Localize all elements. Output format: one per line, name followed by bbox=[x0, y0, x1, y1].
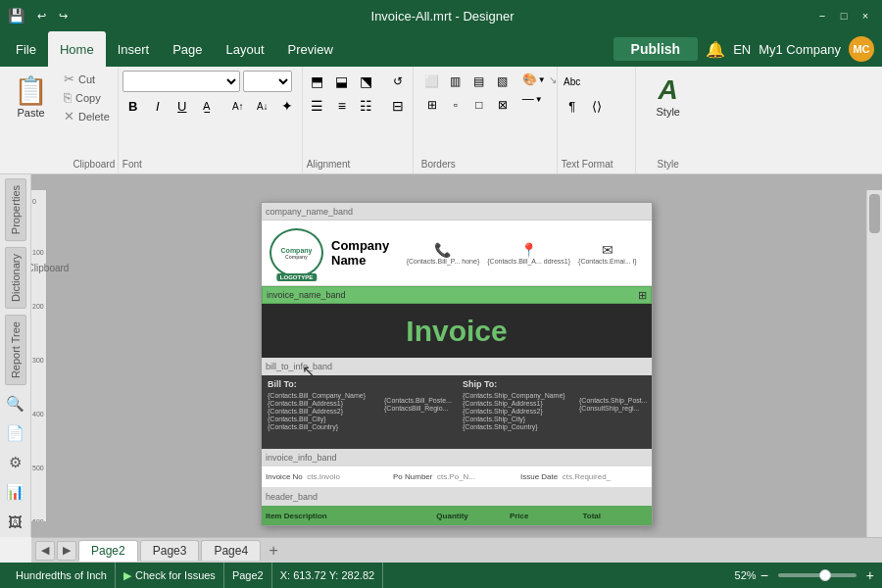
align-top-right[interactable]: ⬔ bbox=[356, 71, 377, 92]
tab-page3[interactable]: Page3 bbox=[140, 540, 200, 561]
zoom-slider[interactable] bbox=[778, 573, 857, 577]
ship-extra-col: {Contacts.Ship_Post... {ConsultShip_regi… bbox=[573, 375, 652, 449]
align-center[interactable]: ≡ bbox=[331, 95, 353, 117]
justify-btn[interactable]: ⊟ bbox=[387, 95, 409, 117]
border-left-btn[interactable]: ▧ bbox=[492, 71, 514, 92]
border-all-btn[interactable]: ⊞ bbox=[421, 94, 443, 116]
menu-page[interactable]: Page bbox=[161, 31, 214, 67]
add-tab-button[interactable]: + bbox=[263, 540, 284, 562]
menu-bar: File Home Insert Page Layout Preview Pub… bbox=[0, 31, 882, 67]
sidebar-tool-5[interactable]: 🖼 bbox=[3, 509, 28, 534]
align-left[interactable]: ☰ bbox=[307, 95, 328, 117]
notifications-icon[interactable]: 🔔 bbox=[706, 40, 725, 59]
zoom-plus-btn[interactable]: + bbox=[866, 567, 874, 583]
invoice-no-cell: Invoice No cts.Involo bbox=[266, 472, 393, 481]
fill-color-btn[interactable]: 🎨 ▼ bbox=[519, 71, 549, 88]
bill-to-title: Bill To: bbox=[268, 379, 372, 389]
text-general-btn[interactable]: Abc bbox=[562, 71, 583, 92]
italic-button[interactable]: I bbox=[147, 95, 169, 117]
user-avatar[interactable]: MC bbox=[849, 36, 874, 62]
menu-home[interactable]: Home bbox=[48, 31, 106, 67]
font-family-select[interactable] bbox=[122, 71, 240, 92]
clear-format-button[interactable]: ✦ bbox=[276, 95, 298, 117]
increase-size-button[interactable]: A↑ bbox=[227, 95, 249, 117]
tab-page4[interactable]: Page4 bbox=[201, 540, 261, 561]
border-inner-btn[interactable]: ⊠ bbox=[492, 94, 514, 116]
text-format-btn1[interactable]: ¶ bbox=[562, 95, 583, 117]
minimize-btn[interactable]: − bbox=[813, 7, 831, 24]
contact-phone: 📞 {Contacts.Bill_P... hone} bbox=[407, 242, 480, 265]
border-outer-btn[interactable]: □ bbox=[468, 94, 490, 116]
align-top-center[interactable]: ⬓ bbox=[331, 71, 353, 92]
tab-nav-next[interactable]: ▶ bbox=[57, 541, 76, 561]
align-top-left[interactable]: ⬒ bbox=[307, 71, 328, 92]
bill-company: {Contacts.Bill_Company_Name} bbox=[268, 392, 372, 399]
tab-nav-prev[interactable]: ◀ bbox=[35, 541, 55, 561]
border-bottom-btn[interactable]: ▤ bbox=[468, 71, 490, 92]
save-icon[interactable]: 💾 bbox=[8, 8, 24, 24]
scroll-thumb[interactable] bbox=[869, 194, 880, 233]
decrease-size-button[interactable]: A↓ bbox=[252, 95, 273, 117]
right-scrollbar[interactable] bbox=[866, 190, 882, 537]
band-expand-btn[interactable]: ⊞ bbox=[638, 289, 647, 302]
check-issues-section[interactable]: ▶ Check for Issues bbox=[116, 563, 224, 588]
menu-preview[interactable]: Preview bbox=[276, 31, 345, 67]
cut-button[interactable]: ✂ Cut bbox=[60, 71, 114, 87]
publish-button[interactable]: Publish bbox=[613, 37, 699, 61]
undo-btn[interactable]: ↩ bbox=[32, 7, 50, 24]
canvas-background: company_name_band Company Company LOGOTY… bbox=[47, 190, 866, 537]
sidebar-tab-report-tree[interactable]: Report Tree bbox=[5, 315, 26, 385]
tab-page2[interactable]: Page2 bbox=[78, 540, 138, 562]
rotate-btn[interactable]: ↺ bbox=[387, 71, 409, 92]
sidebar-tool-3[interactable]: ⚙ bbox=[3, 450, 28, 475]
font-color-button[interactable]: A̲ bbox=[196, 95, 218, 117]
copy-button[interactable]: ⎘ Copy bbox=[60, 89, 114, 106]
menu-layout[interactable]: Layout bbox=[215, 31, 276, 67]
v-ruler-500: 500 bbox=[32, 465, 44, 471]
align-right[interactable]: ☷ bbox=[356, 95, 377, 117]
v-ruler-400: 400 bbox=[32, 411, 44, 417]
ribbon-font: B I U A̲ A↑ A↓ ✦ Font bbox=[119, 67, 303, 173]
ribbon-style: A Style Style bbox=[636, 67, 701, 173]
close-btn[interactable]: × bbox=[857, 7, 874, 24]
delete-button[interactable]: ✕ Delete bbox=[60, 108, 114, 124]
bill-extra1: {Contacts.Bill_Poste... bbox=[384, 397, 451, 404]
paste-button[interactable]: 📋 Paste bbox=[8, 71, 54, 122]
line-color-btn[interactable]: — ▼ bbox=[519, 90, 549, 108]
menu-file[interactable]: File bbox=[4, 31, 48, 67]
sidebar-tab-properties[interactable]: Properties bbox=[5, 178, 26, 241]
zoom-level-label: 52% bbox=[735, 569, 757, 581]
line-color-icon: — bbox=[522, 92, 534, 106]
fill-color-arrow: ▼ bbox=[538, 75, 546, 84]
maximize-btn[interactable]: □ bbox=[835, 7, 853, 24]
bill-extra2: {ContacsBill_Regio... bbox=[384, 405, 451, 412]
font-size-select[interactable] bbox=[243, 71, 292, 92]
align-row2: ☰ ≡ ☷ ⊟ bbox=[307, 95, 409, 117]
company-name-line2: Name bbox=[331, 253, 389, 268]
text-format-btn2[interactable]: ⟨⟩ bbox=[586, 95, 608, 117]
quantity-header: Quantity bbox=[432, 512, 506, 520]
delete-icon: ✕ bbox=[64, 109, 74, 123]
style-button[interactable]: A Style bbox=[644, 71, 693, 122]
border-top-btn[interactable]: ⬜ bbox=[421, 71, 443, 92]
invoice-no-label: Invoice No bbox=[266, 472, 303, 481]
ship-company: {Contacts.Ship_Company_Name} bbox=[463, 392, 567, 399]
bold-button[interactable]: B bbox=[122, 95, 144, 117]
contact-email: ✉ {Contacts.Emai... l} bbox=[578, 242, 637, 265]
logo-inner: Company Company bbox=[281, 247, 313, 260]
redo-btn[interactable]: ↪ bbox=[54, 7, 72, 24]
border-none-btn[interactable]: ▫ bbox=[445, 94, 466, 116]
menu-insert[interactable]: Insert bbox=[106, 31, 162, 67]
zoom-thumb[interactable] bbox=[819, 569, 831, 581]
language-label[interactable]: EN bbox=[733, 42, 751, 57]
sidebar-tool-2[interactable]: 📄 bbox=[3, 420, 28, 446]
ship-address2: {Contacts.Ship_Address2} bbox=[463, 408, 567, 415]
sidebar-tool-4[interactable]: 📊 bbox=[3, 479, 28, 505]
borders-expand-btn[interactable]: ↘ bbox=[549, 74, 557, 85]
sidebar-tool-1[interactable]: 🔍 bbox=[3, 391, 28, 416]
po-number-label: Po Number bbox=[393, 472, 432, 481]
zoom-minus-btn[interactable]: − bbox=[760, 567, 768, 583]
sidebar-tab-dictionary[interactable]: Dictionary bbox=[5, 247, 26, 309]
underline-button[interactable]: U bbox=[172, 95, 193, 117]
border-right-btn[interactable]: ▥ bbox=[445, 71, 466, 92]
